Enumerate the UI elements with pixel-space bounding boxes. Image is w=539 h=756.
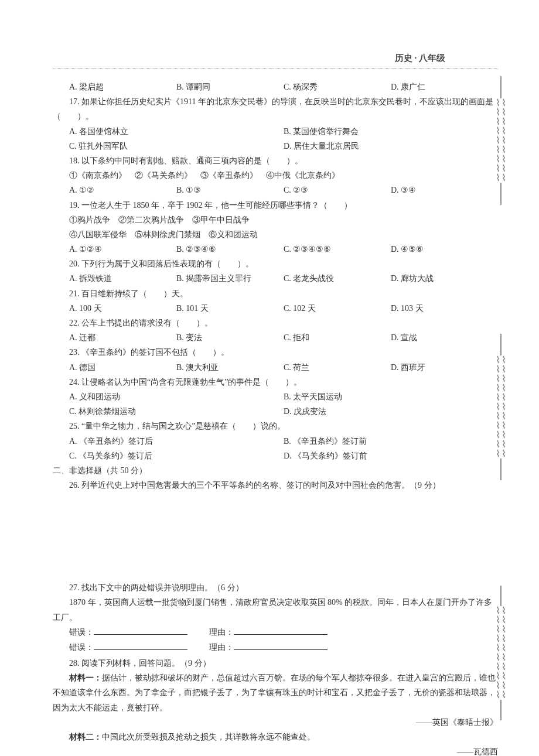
q27-reason-label-2: 理由： [209, 643, 234, 652]
q19-option-d: D. ④⑤⑥ [391, 242, 498, 256]
q24-stem: 24. 让侵略者认为中国“尚含有无限蓬勃生气”的事件是（ ）。 [53, 375, 498, 389]
q21-option-c: C. 102 天 [284, 301, 391, 316]
q28-material-1: 材料一：据估计，被劫掠和破坏的财产，总值超过六百万镑。在场的每个军人都掠夺很多。… [53, 671, 498, 715]
q24-option-c: C. 林则徐禁烟运动 [69, 404, 284, 419]
q24-option-d: D. 戊戌变法 [284, 404, 498, 419]
q18-option-c: C. ②③ [284, 183, 391, 197]
section-2-heading: 二、非选择题（共 50 分） [53, 463, 498, 478]
q18-option-d: D. ③④ [391, 183, 498, 197]
q18-option-b: B. ①③ [176, 183, 284, 197]
q27-reason-label-1: 理由： [209, 628, 234, 637]
q17-option-c: C. 驻扎外国军队 [69, 139, 284, 153]
q27-error-label-1: 错误： [69, 628, 94, 637]
q28-m2-source: ——瓦德西 [53, 744, 498, 756]
q23-options: A. 德国 B. 澳大利亚 C. 荷兰 D. 西班牙 [53, 360, 498, 375]
q22-option-c: C. 拒和 [284, 330, 391, 345]
q26-answer-area [53, 492, 498, 580]
q27-error-blank-2[interactable] [94, 641, 187, 651]
q23-option-a: A. 德国 [69, 360, 176, 375]
binding-decoration: ⌇⌇⌇⌇⌇⌇⌇⌇⌇⌇⌇⌇⌇⌇⌇⌇⌇⌇⌇⌇⌇⌇ [493, 334, 509, 480]
q19-options: A. ①②④ B. ②③④⑥ C. ②③④⑤⑥ D. ④⑤⑥ [53, 242, 498, 256]
q22-option-a: A. 迁都 [69, 330, 176, 345]
q22-option-b: B. 变法 [176, 330, 284, 345]
q20-option-c: C. 老龙头战役 [284, 271, 391, 286]
q28-m2-text: 中国此次所受毁损及抢劫之损失，其详数将永远不能查处。 [102, 733, 315, 741]
q27-stem: 27. 找出下文中的两处错误并说明理由。（6 分） [53, 580, 498, 595]
q28-m2-label: 材料二： [69, 733, 102, 741]
q28-m1-text: 据估计，被劫掠和破坏的财产，总值超过六百万镑。在场的每个军人都掠夺很多。在进入皇… [53, 673, 496, 711]
binding-decoration: ⌇⌇⌇⌇⌇⌇⌇⌇⌇⌇⌇⌇⌇⌇⌇⌇⌇⌇⌇⌇ [493, 586, 509, 720]
q19-option-b: B. ②③④⑥ [176, 242, 284, 256]
q22-options: A. 迁都 B. 变法 C. 拒和 D. 宣战 [53, 330, 498, 345]
q17-option-b: B. 某国使馆举行舞会 [284, 124, 498, 139]
q23-option-d: D. 西班牙 [391, 360, 498, 375]
q16-option-d: D. 康广仁 [391, 80, 498, 94]
q20-option-d: D. 廊坊大战 [391, 271, 498, 286]
q17-stem: 17. 如果让你担任历史纪实片《1911 年的北京东交民巷》的导演，在反映当时的… [53, 94, 498, 124]
q21-option-d: D. 103 天 [391, 301, 498, 316]
q27-passage: 1870 年，英国商人运载一批货物到厦门销售，清政府官员决定收取英国 80% 的… [53, 595, 498, 624]
q27-error-label-2: 错误： [69, 643, 94, 652]
q23-option-b: B. 澳大利亚 [176, 360, 284, 375]
q21-option-b: B. 101 天 [176, 301, 284, 316]
q25-option-a: A. 《辛丑条约》签订后 [69, 434, 284, 449]
q19-items-1: ①鸦片战争 ②第二次鸦片战争 ③甲午中日战争 [53, 213, 498, 227]
q16-option-b: B. 谭嗣同 [176, 80, 284, 94]
q24-option-b: B. 太平天国运动 [284, 389, 498, 404]
q21-option-a: A. 100 天 [69, 301, 176, 316]
q19-stem: 19. 一位老人生于 1850 年，卒于 1902 年，他一生可能经历哪些事情？… [53, 198, 498, 213]
q24-option-a: A. 义和团运动 [69, 389, 284, 404]
q17-option-a: A. 各国使馆林立 [69, 124, 284, 139]
q17-options: A. 各国使馆林立 B. 某国使馆举行舞会 C. 驻扎外国军队 D. 居住大量北… [53, 124, 498, 153]
page-header: 历史 · 八年级 [53, 53, 498, 64]
q25-stem: 25. “量中华之物力，结与国之欢心”是慈禧在（ ）说的。 [53, 419, 498, 433]
q18-options: A. ①② B. ①③ C. ②③ D. ③④ [53, 183, 498, 197]
q22-option-d: D. 宣战 [391, 330, 498, 345]
q28-m1-label: 材料一： [69, 673, 102, 682]
q28-stem: 28. 阅读下列材料，回答问题。（9 分） [53, 656, 498, 671]
q16-options: A. 梁启超 B. 谭嗣同 C. 杨深秀 D. 康广仁 [53, 80, 498, 94]
q16-option-a: A. 梁启超 [69, 80, 176, 94]
q27-reason-blank-1[interactable] [234, 625, 328, 635]
q27-error-blank-1[interactable] [94, 625, 187, 635]
q18-stem: 18. 以下条约中同时有割地、赔款、通商三项内容的是（ ）。 [53, 153, 498, 168]
q24-options: A. 义和团运动 B. 太平天国运动 C. 林则徐禁烟运动 D. 戊戌变法 [53, 389, 498, 419]
header-divider [53, 69, 498, 69]
q17-option-d: D. 居住大量北京居民 [284, 139, 498, 153]
q20-stem: 20. 下列行为属于义和团落后性表现的有（ ）。 [53, 256, 498, 271]
q22-stem: 22. 公车上书提出的请求没有（ ）。 [53, 316, 498, 330]
q18-items: ①《南京条约》 ②《马关条约》 ③《辛丑条约》 ④中俄《北京条约》 [53, 168, 498, 183]
q25-option-d: D. 《马关条约》签订前 [284, 449, 498, 463]
q27-error-line-1: 错误： 理由： [53, 625, 498, 641]
q20-option-b: B. 揭露帝国主义罪行 [176, 271, 284, 286]
q19-option-c: C. ②③④⑤⑥ [284, 242, 391, 256]
q28-material-2: 材料二：中国此次所受毁损及抢劫之损失，其详数将永远不能查处。 [53, 730, 498, 744]
q21-options: A. 100 天 B. 101 天 C. 102 天 D. 103 天 [53, 301, 498, 316]
q27-reason-blank-2[interactable] [234, 641, 328, 651]
q23-option-c: C. 荷兰 [284, 360, 391, 375]
q16-option-c: C. 杨深秀 [284, 80, 391, 94]
q28-m1-source: ——英国《泰晤士报》 [53, 715, 498, 730]
q27-error-line-2: 错误： 理由： [53, 640, 498, 656]
q19-option-a: A. ①②④ [69, 242, 176, 256]
q26-stem: 26. 列举近代史上对中国危害最大的三个不平等条约的名称、签订的时间及对中国社会… [53, 478, 498, 492]
binding-decoration: ⌇⌇⌇⌇⌇⌇⌇⌇⌇⌇⌇⌇⌇⌇⌇⌇⌇⌇ [493, 76, 509, 205]
q25-options: A. 《辛丑条约》签订后 B. 《辛丑条约》签订前 C. 《马关条约》签订后 D… [53, 434, 498, 463]
q20-option-a: A. 拆毁铁道 [69, 271, 176, 286]
q18-option-a: A. ①② [69, 183, 176, 197]
q25-option-b: B. 《辛丑条约》签订前 [284, 434, 498, 449]
q23-stem: 23. 《辛丑条约》的签订国不包括（ ）。 [53, 345, 498, 360]
q21-stem: 21. 百日维新持续了（ ）天。 [53, 286, 498, 301]
q25-option-c: C. 《马关条约》签订后 [69, 449, 284, 463]
q19-items-2: ④八国联军侵华 ⑤林则徐虎门禁烟 ⑥义和团运动 [53, 227, 498, 242]
q20-options: A. 拆毁铁道 B. 揭露帝国主义罪行 C. 老龙头战役 D. 廊坊大战 [53, 271, 498, 286]
